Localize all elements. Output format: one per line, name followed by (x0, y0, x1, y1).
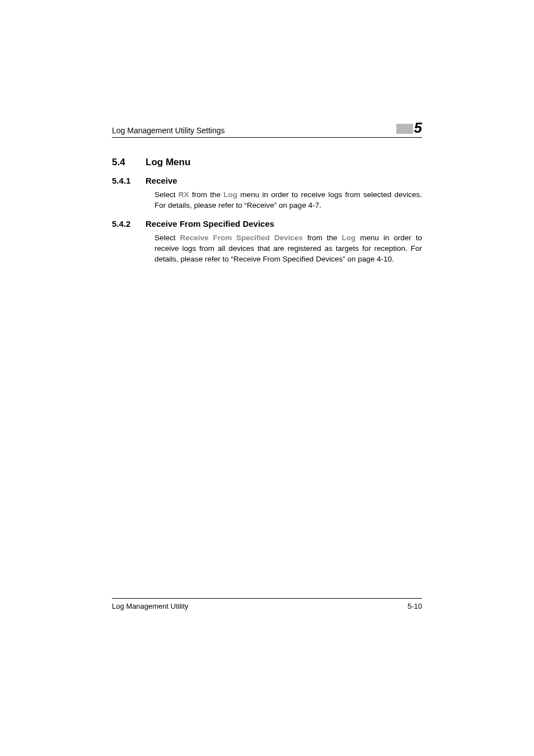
emphasis-text: RX (179, 190, 189, 199)
subsection-number: 5.4.1 (112, 176, 146, 185)
subsection-title: Receive From Specified Devices (146, 219, 274, 228)
emphasis-text: Receive From Specified Devices (180, 234, 303, 242)
chapter-number: 5 (414, 120, 422, 135)
chapter-bar (396, 124, 413, 134)
chapter-indicator: 5 (396, 120, 422, 135)
section-number: 5.4 (112, 157, 146, 168)
section-heading: 5.4 Log Menu (112, 157, 422, 168)
emphasis-text: Log (342, 234, 356, 242)
emphasis-text: Log (223, 190, 237, 199)
footer-page-number: 5-10 (407, 602, 422, 610)
subsection-heading: 5.4.2 Receive From Specified Devices (112, 219, 422, 228)
subsection-number: 5.4.2 (112, 219, 146, 228)
text-fragment: from the (303, 234, 342, 242)
section-title: Log Menu (146, 157, 190, 168)
text-fragment: Select (154, 234, 180, 242)
header-title: Log Management Utility Settings (112, 126, 225, 135)
text-fragment: from the (189, 190, 224, 199)
page-footer: Log Management Utility 5-10 (112, 598, 422, 610)
footer-left: Log Management Utility (112, 602, 189, 610)
subsection-title: Receive (146, 176, 177, 185)
body-paragraph: Select Receive From Specified Devices fr… (154, 233, 422, 265)
subsection-heading: 5.4.1 Receive (112, 176, 422, 185)
body-paragraph: Select RX from the Log menu in order to … (154, 190, 422, 211)
text-fragment: Select (154, 190, 179, 199)
page-header: Log Management Utility Settings 5 (112, 120, 422, 138)
